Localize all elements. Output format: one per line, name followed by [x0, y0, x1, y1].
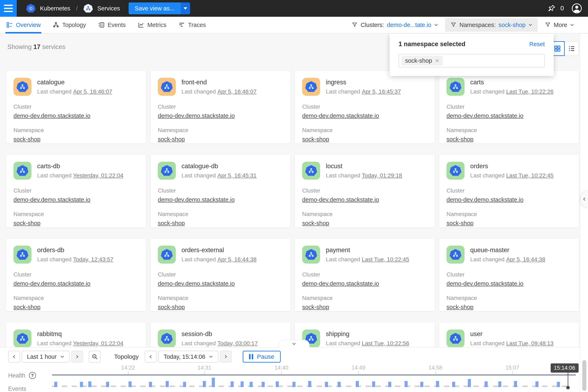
service-name-link[interactable]: orders [470, 162, 554, 170]
cluster-link[interactable]: demo-dev.demo.stackstate.io [14, 112, 90, 119]
service-name-link[interactable]: shipping [326, 330, 409, 338]
namespace-link[interactable]: sock-shop [14, 136, 40, 143]
cluster-link[interactable]: demo-dev.demo.stackstate.io [302, 112, 379, 119]
timeline-collapse-button[interactable] [278, 340, 310, 348]
namespace-link[interactable]: sock-shop [14, 220, 40, 226]
service-card: orders Last changedLast Tue, 10:22:45 Cl… [439, 155, 579, 228]
last-changed-link[interactable]: Apr 5, 16:46:07 [218, 88, 256, 95]
namespace-label: Namespace [302, 127, 427, 134]
namespaces-popover: 1 namespace selected Reset sock-shop × [390, 34, 554, 76]
reset-button[interactable]: Reset [529, 41, 545, 48]
save-view-as-label[interactable]: Save view as... [128, 2, 181, 14]
cluster-link[interactable]: demo-dev.demo.stackstate.io [14, 196, 90, 203]
last-changed-link[interactable]: Apr 5, 16:45:37 [362, 88, 401, 95]
service-heptagon-icon [16, 333, 28, 344]
scrollbar-thumb[interactable] [582, 360, 586, 391]
cluster-link[interactable]: demo-dev.demo.stackstate.io [446, 196, 524, 203]
namespace-link[interactable]: sock-shop [446, 304, 474, 310]
namespace-link[interactable]: sock-shop [302, 304, 329, 310]
range-back-button[interactable] [8, 351, 20, 362]
breadcrumb-kubernetes[interactable]: Kubernetes [40, 5, 70, 12]
namespace-link[interactable]: sock-shop [302, 136, 329, 143]
service-name-link[interactable]: ingress [326, 78, 401, 86]
event-bar [292, 382, 296, 387]
cluster-link[interactable]: demo-dev.demo.stackstate.io [158, 112, 235, 119]
cluster-link[interactable]: demo-dev.demo.stackstate.io [158, 196, 235, 203]
service-heptagon-icon [161, 333, 173, 344]
service-name-link[interactable]: queue-master [470, 246, 545, 254]
breadcrumb-services[interactable]: Services [98, 5, 120, 12]
namespace-link[interactable]: sock-shop [302, 220, 329, 226]
timeline-tick-label: 15:07 [506, 365, 520, 371]
service-name-link[interactable]: user [470, 330, 554, 338]
last-changed-link[interactable]: Apr 5, 16:46:07 [73, 88, 112, 95]
last-changed-link[interactable]: Last Tue, 10:22:45 [506, 172, 554, 179]
service-name-link[interactable]: carts [470, 78, 554, 86]
last-changed-link[interactable]: Today, 03:00:17 [218, 340, 258, 346]
tab-events[interactable]: Events [98, 17, 126, 33]
namespace-link[interactable]: sock-shop [158, 220, 185, 226]
last-changed-link[interactable]: Apr 5, 16:44:38 [506, 256, 545, 262]
namespace-link[interactable]: sock-shop [158, 304, 185, 310]
tab-metrics[interactable]: Metrics [138, 17, 166, 33]
cluster-label: Cluster [302, 188, 427, 194]
clusters-filter[interactable]: Clusters: demo-de...tate.io [346, 18, 444, 32]
namespaces-filter[interactable]: Namespaces: sock-shop [445, 18, 538, 32]
more-filters[interactable]: More [540, 18, 580, 32]
cluster-link[interactable]: demo-dev.demo.stackstate.io [446, 280, 524, 287]
cluster-link[interactable]: demo-dev.demo.stackstate.io [302, 196, 379, 203]
service-name-link[interactable]: session-db [182, 330, 258, 338]
last-changed-link[interactable]: Last Tue, 10:22:56 [362, 340, 409, 346]
timeline-track[interactable]: 14:2214:3114:4014:4914:5815:07 15:14:06 [52, 348, 576, 392]
namespace-label: Namespace [158, 295, 283, 301]
service-heptagon-icon [305, 249, 317, 260]
service-name-link[interactable]: orders-external [182, 246, 257, 254]
cluster-link[interactable]: demo-dev.demo.stackstate.io [14, 280, 90, 287]
last-changed: Last changedLast Tue, 10:22:26 [470, 88, 554, 95]
health-timeline[interactable] [52, 374, 576, 376]
namespace-label: Namespace [158, 211, 283, 218]
list-view-button[interactable] [564, 41, 579, 56]
user-avatar[interactable] [571, 3, 582, 14]
service-name-link[interactable]: locust [326, 162, 402, 170]
service-type-icon [158, 162, 176, 180]
service-name-link[interactable]: front-end [182, 78, 257, 86]
service-name-link[interactable]: orders-db [37, 246, 113, 254]
pin-icon[interactable] [547, 4, 556, 13]
last-changed-link[interactable]: Last Tue, 10:22:26 [506, 88, 554, 95]
cluster-link[interactable]: demo-dev.demo.stackstate.io [158, 280, 235, 287]
event-bar [514, 381, 517, 387]
last-changed-link[interactable]: Yesterday, 01:22:04 [73, 340, 123, 346]
tab-overview[interactable]: Overview [6, 17, 41, 33]
namespace-link[interactable]: sock-shop [446, 220, 474, 226]
chip-remove-icon[interactable]: × [435, 58, 439, 64]
save-view-as-button[interactable]: Save view as... [128, 2, 190, 14]
tab-topology[interactable]: Topology [52, 17, 86, 33]
namespace-link[interactable]: sock-shop [158, 136, 185, 143]
hamburger-menu-button[interactable] [0, 0, 17, 17]
last-changed-link[interactable]: Today, 12:43:57 [73, 256, 113, 262]
top-bar: Kubernetes / Services Save view as... 0 [0, 0, 588, 17]
save-view-as-caret[interactable] [181, 2, 190, 14]
traces-icon [178, 22, 185, 28]
last-changed-link[interactable]: Apr 5, 16:45:31 [218, 172, 256, 179]
namespace-select-input[interactable]: sock-shop × [398, 54, 545, 68]
service-card: carts Last changedLast Tue, 10:22:26 Clu… [439, 71, 579, 144]
last-changed-link[interactable]: Last Tue, 09:48:13 [506, 340, 554, 346]
service-name-link[interactable]: rabbitmq [37, 330, 123, 338]
last-changed-link[interactable]: Apr 5, 16:44:38 [218, 256, 256, 262]
service-name-link[interactable]: catalogue [37, 78, 112, 86]
cluster-link[interactable]: demo-dev.demo.stackstate.io [302, 280, 379, 287]
service-name-link[interactable]: carts-db [37, 162, 123, 170]
cluster-link[interactable]: demo-dev.demo.stackstate.io [446, 112, 524, 119]
namespace-link[interactable]: sock-shop [14, 304, 40, 310]
help-icon[interactable]: ? [29, 372, 36, 379]
filter-bar: Clusters: demo-de...tate.io Namespaces: … [346, 17, 580, 33]
service-name-link[interactable]: catalogue-db [182, 162, 257, 170]
last-changed-link[interactable]: Yesterday, 01:22:04 [73, 172, 123, 179]
last-changed-link[interactable]: Today, 01:29:18 [362, 172, 402, 179]
service-name-link[interactable]: payment [326, 246, 409, 254]
tab-traces[interactable]: Traces [178, 17, 206, 33]
last-changed-link[interactable]: Last Tue, 10:22:45 [362, 256, 409, 262]
namespace-link[interactable]: sock-shop [446, 136, 474, 143]
